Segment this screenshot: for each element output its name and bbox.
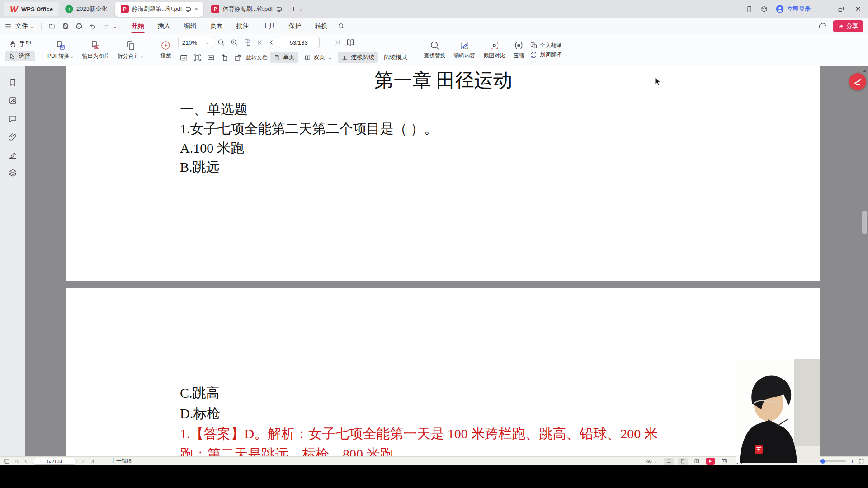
menu-item-tools[interactable]: 工具 <box>256 18 282 34</box>
compress-button[interactable]: 压缩 <box>509 40 528 60</box>
menu-item-convert[interactable]: 转换 <box>308 18 335 34</box>
device-sync-icon[interactable] <box>745 5 753 13</box>
print-icon[interactable] <box>72 23 86 30</box>
menu-item-insert[interactable]: 插入 <box>151 18 177 34</box>
menu-item-page[interactable]: 页面 <box>203 18 230 34</box>
rotate-right-icon[interactable] <box>232 52 244 63</box>
restore-button[interactable] <box>838 6 844 13</box>
thumbnail-icon[interactable] <box>8 96 18 105</box>
tab-2023[interactable]: ↑ 2023新变化 <box>59 0 113 18</box>
find-replace-button[interactable]: 查找替换 <box>420 40 449 60</box>
prev-page-icon[interactable] <box>24 459 28 464</box>
first-page-button[interactable] <box>255 38 264 47</box>
tab-other-pdf[interactable]: P 体育静海刷...轮.pdf <box>205 0 288 18</box>
page-number-input[interactable]: 53/133 <box>278 37 320 48</box>
screenshot-compare-button[interactable]: 截图对比 <box>479 40 509 60</box>
full-translate-button[interactable]: A文 全文翻译 <box>530 42 567 49</box>
tab-active-pdf[interactable]: P 静海刷题第...印.pdf <box>115 2 204 17</box>
edit-content-icon <box>459 40 470 51</box>
status-double-page-button[interactable] <box>692 458 702 465</box>
page-panel-icon[interactable] <box>4 458 10 465</box>
close-button[interactable]: ✕ <box>852 5 864 13</box>
minimize-button[interactable]: — <box>818 5 830 13</box>
red-badge-button[interactable] <box>849 73 866 90</box>
vertical-scrollbar[interactable]: ▲ <box>861 66 868 456</box>
menu-item-annotate[interactable]: 批注 <box>230 18 256 34</box>
next-page-icon[interactable] <box>81 459 86 464</box>
rotate-doc-button[interactable]: 旋转文档 <box>246 54 268 61</box>
pdf-convert-button[interactable]: W PDF转换⌄ <box>43 40 78 60</box>
bookmark-icon[interactable] <box>8 78 18 87</box>
rotate-left-icon[interactable] <box>219 52 230 63</box>
zoom-out-button[interactable] <box>216 37 226 48</box>
document-canvas[interactable]: 第一章 田径运动 一、单选题 1.女子七项全能第二天第二个项目是（ ）。 A.1… <box>25 66 868 456</box>
new-tab-button[interactable]: + <box>288 4 299 14</box>
menu-item-home[interactable]: 开始 <box>125 18 151 34</box>
share-label: 分享 <box>846 22 858 30</box>
last-page-icon[interactable] <box>90 459 95 464</box>
zoom-in-button[interactable] <box>229 37 240 48</box>
chevron-down-icon[interactable]: ⌄ <box>113 24 117 29</box>
save-icon[interactable] <box>59 23 72 30</box>
tab-label: 2023新变化 <box>76 5 107 13</box>
scroll-up-icon[interactable]: ▲ <box>863 68 867 73</box>
fullscreen-icon[interactable] <box>859 458 864 464</box>
edit-content-button[interactable]: 编辑内容 <box>449 40 479 60</box>
rotate-doc-label: 旋转文档 <box>246 54 268 61</box>
double-page-button[interactable]: 双页 ⌄ <box>301 52 335 63</box>
status-continuous-button[interactable] <box>664 458 674 465</box>
book-view-icon[interactable] <box>344 37 356 48</box>
undo-icon[interactable] <box>86 23 99 30</box>
layers-icon[interactable] <box>8 168 18 178</box>
replace-pages-icon[interactable] <box>242 37 253 48</box>
actual-size-button[interactable]: 1:1 <box>178 52 189 63</box>
zoom-level-select[interactable]: 210% ⌄ <box>178 37 213 48</box>
tab-list-caret-icon[interactable]: ⌄ <box>299 7 302 12</box>
redo-icon[interactable] <box>99 23 113 30</box>
continuous-read-button[interactable]: 连续阅读 <box>338 52 378 63</box>
signature-pen-icon[interactable] <box>8 150 18 160</box>
fit-page-button[interactable] <box>192 52 203 63</box>
select-tool-button[interactable]: 选择 <box>5 51 35 61</box>
menu-item-edit[interactable]: 编辑 <box>177 18 203 34</box>
full-translate-icon: A文 <box>530 42 538 49</box>
fit-width-button[interactable] <box>205 52 217 63</box>
next-page-button[interactable] <box>322 38 331 47</box>
prev-view-button[interactable]: 上一视图 <box>111 457 132 465</box>
hand-tool-button[interactable]: 手型 <box>5 38 35 49</box>
status-play-button[interactable]: ▶ <box>706 458 715 465</box>
hand-tool-label: 手型 <box>19 40 31 48</box>
read-mode-button[interactable]: 阅读模式 <box>380 52 411 63</box>
login-button[interactable]: 立即登录 <box>775 5 811 14</box>
zoom-plus-button[interactable]: + <box>850 458 854 465</box>
wps-home-button[interactable]: W WPS Office <box>4 2 59 16</box>
pdf-page-2: C.跳高 D.标枪 1.【答案】D。解析：女子七项全能第一天是 100 米跨栏跑… <box>66 288 820 456</box>
file-menu[interactable]: 文件 ⌄ <box>12 22 38 30</box>
status-page-input[interactable]: 53/133 <box>33 458 77 465</box>
prev-page-button[interactable] <box>267 38 276 47</box>
share-button[interactable]: 分享 <box>833 20 863 32</box>
search-icon[interactable] <box>335 23 348 30</box>
zoom-slider-knob[interactable] <box>821 459 825 464</box>
word-translate-button[interactable]: 划词翻译 ⌄ <box>530 51 567 59</box>
first-page-icon[interactable] <box>14 459 19 464</box>
status-single-page-button[interactable] <box>678 458 688 465</box>
hamburger-icon[interactable] <box>5 23 12 30</box>
split-merge-button[interactable]: 拆分合并⌄ <box>113 40 147 60</box>
single-page-button[interactable]: 单页 <box>270 52 298 63</box>
export-image-button[interactable]: 输出为图片 <box>78 40 113 60</box>
cube-icon[interactable] <box>760 5 768 13</box>
word-translate-icon <box>530 51 538 59</box>
attachment-icon[interactable] <box>8 132 18 141</box>
comment-icon[interactable] <box>8 114 18 123</box>
menu-item-protect[interactable]: 保护 <box>282 18 308 34</box>
last-page-button[interactable] <box>333 38 342 47</box>
play-button[interactable]: 播放 <box>156 40 175 60</box>
status-actual-size-button[interactable]: 1:1 <box>719 457 730 465</box>
view-visibility-button[interactable]: ⌄ <box>644 458 659 465</box>
compress-icon <box>514 40 524 51</box>
scrollbar-thumb[interactable] <box>862 211 867 234</box>
chevron-down-icon: ⌄ <box>654 459 657 464</box>
cloud-icon[interactable] <box>818 22 827 31</box>
open-folder-icon[interactable] <box>45 23 59 30</box>
